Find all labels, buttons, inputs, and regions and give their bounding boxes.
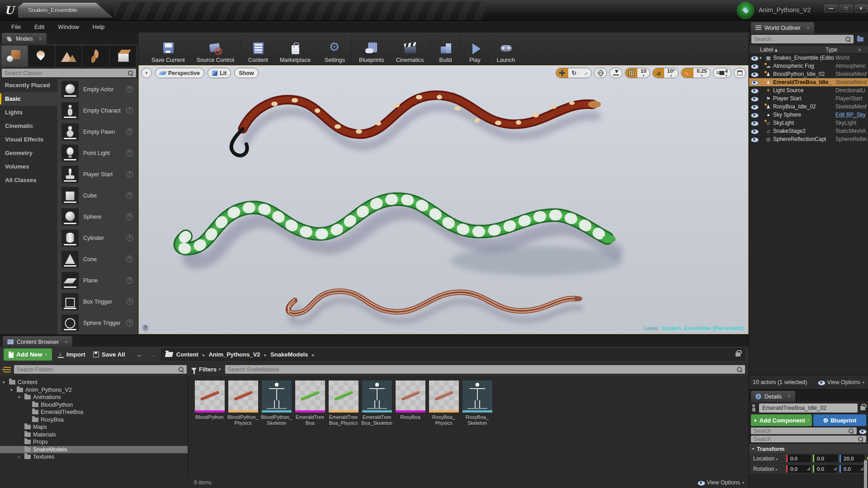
add-component-button[interactable]: + Add Component ▾ bbox=[751, 414, 812, 426]
search-classes-input[interactable] bbox=[5, 70, 128, 76]
details-search-input[interactable] bbox=[754, 436, 858, 442]
content-browser-tab[interactable]: Content Browser × bbox=[3, 336, 72, 347]
outliner-search-input[interactable] bbox=[754, 36, 845, 42]
expander-icon[interactable]: ▾ bbox=[760, 56, 764, 60]
folder-row[interactable]: RosyBoa bbox=[0, 416, 188, 424]
category-item[interactable]: Recently Placed bbox=[0, 79, 57, 92]
placeable-item[interactable]: Cone ? bbox=[57, 249, 138, 270]
viewport-canvas[interactable] bbox=[139, 66, 748, 334]
visibility-eye-icon[interactable] bbox=[751, 136, 758, 142]
category-item[interactable]: Lights bbox=[0, 106, 57, 119]
toolbar-button[interactable]: Source Control bbox=[191, 35, 241, 63]
help-icon[interactable]: ? bbox=[126, 298, 133, 305]
placeable-item[interactable]: Box Trigger ? bbox=[57, 291, 138, 312]
help-icon[interactable]: ? bbox=[126, 277, 133, 284]
placeable-item[interactable]: Empty Actor ? bbox=[57, 79, 138, 100]
search-assets-box[interactable] bbox=[225, 365, 745, 374]
placeable-item[interactable]: Sphere ? bbox=[57, 206, 138, 227]
folder-row[interactable]: Anim_Pythons_V2 bbox=[0, 386, 188, 394]
rotation-snap-value[interactable]: 10°▾ bbox=[664, 68, 678, 78]
scale-snap-toggle[interactable]: ↔ bbox=[681, 68, 693, 78]
level-tab[interactable]: Snakes_Ensemble bbox=[18, 3, 113, 18]
add-new-button[interactable]: Add New ▾ bbox=[4, 348, 52, 361]
filters-button[interactable]: Filters ▾ bbox=[190, 366, 222, 373]
menu-item[interactable]: Edit bbox=[28, 23, 51, 30]
help-icon[interactable]: ? bbox=[126, 171, 133, 178]
grid-snap-toggle[interactable] bbox=[625, 68, 637, 78]
menu-item[interactable]: Window bbox=[51, 23, 85, 30]
category-item[interactable]: All Classes bbox=[0, 174, 57, 187]
category-item[interactable]: Basic bbox=[0, 92, 57, 106]
outliner-row[interactable]: EmeraldTreeBoa_Idle_ SkeletalMesh bbox=[749, 78, 868, 86]
breadcrumb-item[interactable]: Content bbox=[176, 351, 205, 358]
outliner-row[interactable]: Atmospheric Fog Atmospheric bbox=[749, 62, 868, 70]
visibility-eye-icon[interactable] bbox=[751, 79, 758, 85]
help-icon[interactable]: ? bbox=[126, 256, 133, 263]
mode-tool-button[interactable] bbox=[28, 46, 55, 67]
outliner-row[interactable]: ▾ Snakes_Ensemble (Edito World bbox=[749, 54, 868, 62]
category-item[interactable]: Geometry bbox=[0, 146, 57, 160]
placeable-item[interactable]: Point Light ? bbox=[57, 142, 138, 164]
asset-tile[interactable]: BloodPython_ Skeleton bbox=[261, 380, 292, 426]
help-icon[interactable]: ? bbox=[126, 128, 133, 135]
components-search-input[interactable] bbox=[754, 428, 849, 434]
asset-tile[interactable]: BloodPython bbox=[194, 380, 225, 420]
viewport-options-button[interactable]: ▾ bbox=[141, 68, 152, 78]
visibility-eye-icon[interactable] bbox=[751, 95, 758, 102]
outliner-row[interactable]: SnakeStage2 StaticMeshA bbox=[749, 127, 868, 135]
visibility-eye-icon[interactable] bbox=[751, 120, 758, 126]
rotation-snap-toggle[interactable]: ⊿ bbox=[653, 68, 664, 78]
asset-tile[interactable]: BloodPython_ Physics bbox=[227, 380, 259, 426]
type-column-header[interactable]: Type bbox=[826, 47, 858, 53]
modes-tab[interactable]: Modes × bbox=[2, 33, 47, 44]
rotate-mode-button[interactable]: ↻ bbox=[568, 68, 580, 78]
placeable-item[interactable]: Plane ? bbox=[57, 270, 138, 291]
show-button[interactable]: Show bbox=[234, 68, 258, 78]
location-value-field[interactable]: 0.0 bbox=[786, 455, 811, 462]
forward-button[interactable]: → bbox=[148, 351, 157, 358]
folder-row[interactable]: Content bbox=[0, 379, 188, 386]
folder-expander-icon[interactable] bbox=[18, 395, 22, 399]
close-icon[interactable]: × bbox=[807, 25, 810, 31]
placeable-item[interactable]: Empty Pawn ? bbox=[57, 121, 138, 142]
help-icon[interactable]: ? bbox=[126, 319, 133, 326]
search-assets-input[interactable] bbox=[228, 366, 737, 373]
category-item[interactable]: Volumes bbox=[0, 160, 57, 174]
details-tab[interactable]: i Details × bbox=[751, 391, 795, 402]
components-search-box[interactable] bbox=[751, 427, 857, 434]
visibility-eye-icon[interactable] bbox=[751, 128, 758, 134]
outliner-row[interactable]: Sky Sphere Edit BP_Sky bbox=[749, 111, 868, 119]
mode-tool-button[interactable] bbox=[83, 46, 109, 67]
rotation-value-field[interactable]: 0.0 bbox=[786, 465, 811, 473]
lock-icon[interactable] bbox=[860, 406, 865, 410]
folder-expander-icon[interactable] bbox=[18, 455, 22, 459]
translate-mode-button[interactable] bbox=[556, 68, 568, 78]
help-icon[interactable]: ? bbox=[126, 213, 133, 220]
grid-snap-value[interactable]: 10▾ bbox=[637, 68, 650, 78]
toolbar-button[interactable]: Settings bbox=[319, 35, 352, 63]
placeable-item[interactable]: Cube ? bbox=[57, 185, 138, 206]
toolbar-button[interactable]: Save Current bbox=[146, 35, 191, 63]
blueprint-button[interactable]: ⚙ Blueprint bbox=[813, 414, 866, 426]
import-button[interactable]: Import bbox=[56, 351, 87, 358]
outliner-row[interactable]: SkyLight SkyLight bbox=[749, 119, 868, 127]
world-outliner-tab[interactable]: World Outliner × bbox=[751, 22, 814, 33]
location-value-field[interactable]: 20.0 bbox=[840, 455, 864, 462]
scale-snap-value[interactable]: 0.25▾ bbox=[693, 68, 710, 78]
toolbar-button[interactable]: Launch bbox=[491, 35, 521, 63]
world-local-toggle[interactable] bbox=[594, 68, 607, 78]
camera-speed-button[interactable]: 4▾ bbox=[713, 68, 731, 78]
asset-tile[interactable]: RosyBoa_ Physics bbox=[428, 380, 459, 426]
rotation-value-field[interactable]: 0.0 bbox=[813, 465, 838, 473]
visibility-eye-icon[interactable] bbox=[751, 63, 758, 69]
outliner-row[interactable]: Player Start PlayerStart bbox=[749, 94, 868, 103]
outliner-row[interactable]: SphereReflectionCapt SphereReflec bbox=[749, 135, 868, 143]
folder-row[interactable]: EmeraldTreeBoa bbox=[0, 408, 188, 416]
folder-row[interactable]: BloodPython bbox=[0, 401, 188, 409]
folder-expander-icon[interactable] bbox=[3, 380, 7, 385]
asset-tile[interactable]: RosyBoa_ Skeleton bbox=[462, 380, 493, 426]
transform-section-header[interactable]: ▾ Transform bbox=[749, 444, 868, 453]
visibility-eye-icon[interactable] bbox=[751, 55, 758, 61]
toolbar-button[interactable]: Content bbox=[242, 35, 274, 63]
folder-expander-icon[interactable] bbox=[10, 388, 14, 392]
